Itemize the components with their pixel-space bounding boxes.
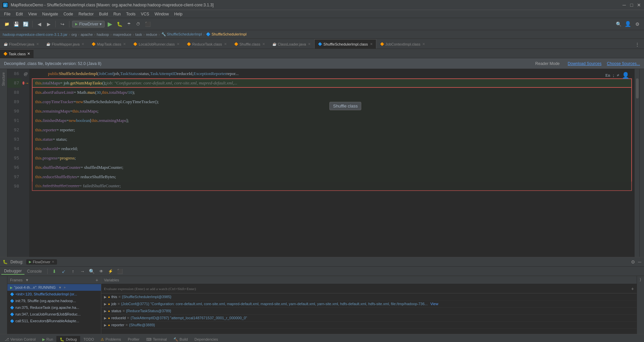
debug-stop[interactable]: ⬛ [116, 267, 124, 275]
tab-jobcontextimpl[interactable]: 🔶 JobContextImpl.class ✕ [376, 39, 429, 49]
bc-jar[interactable]: hadoop-mapreduce-client-core-3.1.3.jar [3, 32, 67, 37]
debug-step-into[interactable]: ↙ [60, 267, 68, 275]
tab-localjobrunner[interactable]: 🔶 LocalJobRunner.class ✕ [129, 39, 183, 49]
debug-panel-expand-btn[interactable]: ⟩ [638, 276, 643, 283]
var-this[interactable]: ▶ ● this = {ShuffleSchedulerImpl@3985} [101, 293, 637, 300]
var-reduceid[interactable]: ▶ ● reduceId = {TaskAttemptID@3787} "att… [101, 315, 637, 322]
menu-help[interactable]: Help [171, 11, 185, 17]
run-button[interactable]: ▶ [106, 20, 114, 28]
tab-flowdriver-close[interactable]: ✕ [36, 42, 39, 46]
save-btn[interactable]: 💾 [12, 20, 20, 28]
tab-classloader[interactable]: ☕ ClassLoader.java ✕ [269, 39, 314, 49]
bc-hadoop[interactable]: hadoop [97, 32, 109, 37]
var-job-expand[interactable]: ▶ [104, 302, 107, 306]
var-status-expand[interactable]: ▶ [104, 309, 107, 313]
debug-evaluate[interactable]: 🔍 [88, 267, 96, 275]
menu-code[interactable]: Code [61, 11, 76, 17]
frame-run-347[interactable]: 🔷 run:347, LocalJobRunner$Job$Reduc... [7, 311, 101, 318]
tabs-overflow-btn[interactable]: ⋮ [633, 41, 641, 49]
frame-call-511[interactable]: 🔷 call:511, Executors$RunnableAdapte... [7, 318, 101, 324]
tab-flowmapper-close[interactable]: ✕ [82, 42, 84, 46]
menu-refactor[interactable]: Refactor [76, 11, 96, 17]
expression-input[interactable] [104, 287, 630, 291]
choose-sources-link[interactable]: Choose Sources... [607, 61, 640, 66]
frame-pool[interactable]: ▶ "pool-4-th...n": RUNNING ▼ + [7, 284, 101, 291]
debugger-tab[interactable]: Debugger [1, 268, 24, 275]
menu-file[interactable]: File [1, 11, 13, 17]
code-editor[interactable]: Shuffle class 86 87 88 89 90 91 92 93 94… [7, 69, 639, 257]
tab-flowdriver[interactable]: ☕ FlowDriver.java ✕ [0, 39, 43, 49]
scrollbar[interactable] [635, 69, 639, 257]
stop-button[interactable]: ⬛ [144, 20, 152, 28]
tab-run[interactable]: ▶ Run [39, 336, 56, 342]
undo-btn[interactable]: ↩ [58, 20, 66, 28]
debug-watches[interactable]: 👁 [97, 267, 105, 275]
close-button[interactable]: ✕ [637, 3, 641, 7]
menu-tools[interactable]: Tools [123, 11, 138, 17]
search-everywhere-btn[interactable]: 🔍 [614, 20, 623, 28]
structure-panel-label[interactable]: Structure [1, 72, 6, 87]
tab-shuffle[interactable]: 🔶 Shuffle.class ✕ [230, 39, 269, 49]
tab-shuffleschedulerimpl-close[interactable]: ✕ [370, 42, 373, 46]
debug-step-over[interactable]: ⬇ [50, 267, 58, 275]
tab-problems[interactable]: ⚠ Problems [97, 336, 124, 342]
profile-button[interactable]: ⏱ [134, 20, 142, 28]
tab-dependencies[interactable]: Dependencies [191, 336, 221, 342]
var-this-expand[interactable]: ▶ [104, 295, 107, 299]
frame-init-120[interactable]: 🔷 <init>:120, ShuffleSchedulerImpl (or..… [7, 291, 101, 297]
tab-shuffle-close[interactable]: ✕ [262, 42, 265, 46]
frame-add-btn[interactable]: + [64, 286, 66, 289]
filter-icon[interactable]: ▼ [25, 278, 29, 282]
debug-button[interactable]: 🐛 [115, 20, 123, 28]
menu-build[interactable]: Build [96, 11, 111, 17]
debug-minimize-btn[interactable]: ─ [638, 259, 641, 265]
tab-flowmapper[interactable]: ☕ FlowMapper.java ✕ [43, 39, 88, 49]
tab-classloader-close[interactable]: ✕ [308, 42, 311, 46]
tab-task-class[interactable]: 🔶 Task.class ✕ [0, 49, 34, 58]
var-reporter[interactable]: ▶ ● reporter = {Shuffle@3889} [101, 322, 637, 329]
bc-task[interactable]: task [135, 32, 142, 37]
tab-debug-bt[interactable]: 🐛 Debug [56, 336, 80, 342]
back-btn[interactable]: ◀ [35, 20, 43, 28]
project-btn[interactable]: 📁 [3, 20, 11, 28]
debug-threads[interactable]: ⚡ [107, 267, 115, 275]
code-lines[interactable]: public ShuffleSchedulerImpl ( JobConf jo… [29, 69, 635, 257]
tab-reducetask-close[interactable]: ✕ [224, 42, 227, 46]
debug-run-to-cursor[interactable]: → [78, 267, 87, 275]
tab-task-close[interactable]: ✕ [27, 52, 30, 56]
avatar-btn[interactable]: 👤 [624, 20, 632, 28]
forward-btn[interactable]: ▶ [45, 20, 53, 28]
scrollbar-thumb[interactable] [636, 78, 639, 98]
minimize-button[interactable]: ─ [622, 3, 627, 7]
var-job-view[interactable]: View [430, 302, 438, 306]
run-config-selector[interactable]: ▶ FlowDriver ▾ [72, 21, 105, 27]
tab-todo[interactable]: TODO [80, 336, 98, 342]
download-sources-link[interactable]: Download Sources [568, 61, 602, 66]
tab-version-control[interactable]: ⎇ Version Control [1, 336, 39, 342]
debug-settings-btn[interactable]: ⚙ [631, 259, 635, 265]
console-tab[interactable]: Console [24, 268, 45, 274]
var-reduceid-expand[interactable]: ▶ [104, 316, 107, 320]
expression-add-btn[interactable]: + [631, 286, 634, 291]
var-reporter-expand[interactable]: ▶ [104, 323, 107, 327]
settings-btn[interactable]: ⚙ [633, 20, 641, 28]
tab-maptask[interactable]: 🔶 MapTask.class ✕ [88, 39, 129, 49]
tab-shuffleschedulerimpl[interactable]: 🔷 ShuffleSchedulerImpl.class ✕ [314, 39, 376, 49]
frame-init-79[interactable]: 🔷 init:79, Shuffle (org.apache.hadoop... [7, 297, 101, 304]
tab-build-bt[interactable]: 🔨 Build [170, 336, 191, 342]
menu-run[interactable]: Run [111, 11, 123, 17]
tab-jobcontextimpl-close[interactable]: ✕ [422, 42, 425, 46]
frame-run-375[interactable]: 🔷 run:375, ReduceTask (org.apache.ha... [7, 304, 101, 311]
coverage-button[interactable]: ☂ [125, 20, 133, 28]
bc-org[interactable]: org [71, 32, 77, 37]
bc-reduce[interactable]: reduce [146, 32, 157, 37]
filter-btn[interactable]: ▼ [58, 286, 62, 289]
debug-session-close[interactable]: ✕ [52, 260, 54, 264]
bc-shuffle-impl-class[interactable]: 🔷 ShuffleSchedulerImpl [206, 32, 247, 37]
maximize-button[interactable]: □ [629, 3, 634, 7]
menu-window[interactable]: Window [152, 11, 172, 17]
tab-maptask-close[interactable]: ✕ [123, 42, 126, 46]
menu-edit[interactable]: Edit [13, 11, 25, 17]
tab-reducetask[interactable]: 🔶 ReduceTask.class ✕ [183, 39, 230, 49]
menu-view[interactable]: View [25, 11, 40, 17]
